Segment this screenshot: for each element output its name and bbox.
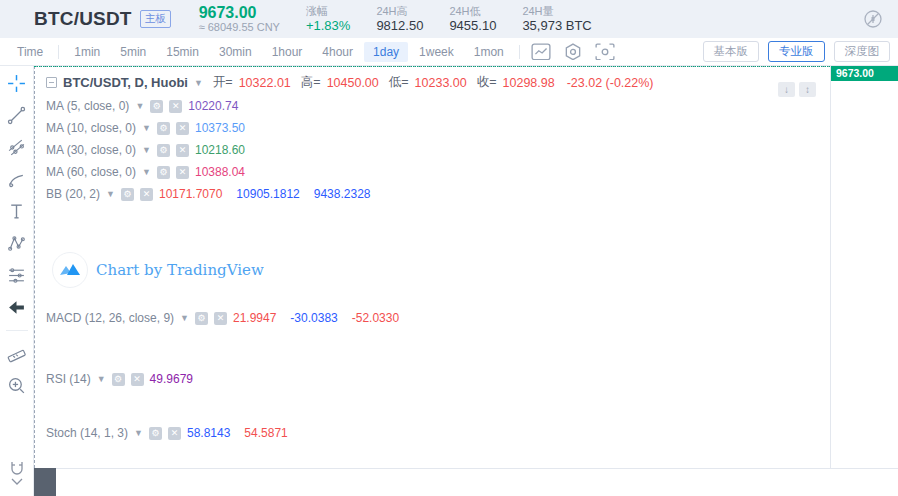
magnet-tool-icon[interactable]	[7, 460, 27, 490]
gear-icon[interactable]: ⚙	[157, 166, 170, 179]
low-label: 低=	[389, 74, 409, 91]
main-legend: BTC/USDT, D, Huobi ▼ 开= 10322.01 高= 1045…	[46, 74, 654, 91]
crosshair-vertical-line	[34, 66, 35, 468]
indicator-row-stoch: Stoch (14, 1, 3)▼ ⚙✕ 58.8143 54.5871	[46, 424, 288, 442]
interval-time[interactable]: Time	[8, 42, 52, 62]
depth-view-button[interactable]: 深度图	[834, 41, 891, 62]
screenshot-icon[interactable]	[595, 43, 615, 61]
board-badge[interactable]: 主板	[140, 10, 171, 28]
close-icon[interactable]: ✕	[176, 166, 189, 179]
chevron-down-icon[interactable]: ▼	[142, 123, 151, 133]
pro-view-button[interactable]: 专业版	[768, 41, 825, 62]
last-price-line	[34, 66, 830, 67]
price-axis[interactable]: 10774.41 9673.00	[830, 66, 898, 468]
open-label: 开=	[213, 74, 233, 91]
interval-1day[interactable]: 1day	[364, 42, 408, 62]
close-icon[interactable]: ✕	[176, 144, 189, 157]
stat-value: 35,973 BTC	[522, 18, 591, 34]
price-cny: ≈ 68049.55 CNY	[199, 21, 280, 34]
collapse-legend-icon[interactable]	[46, 77, 57, 88]
rsi-value: 49.9679	[150, 372, 193, 386]
chevron-down-icon[interactable]: ▼	[180, 313, 189, 323]
macd-hist-value: -52.0330	[352, 311, 399, 325]
legend-title: BTC/USDT, D, Huobi	[63, 75, 188, 90]
chevron-down-icon[interactable]: ▼	[97, 374, 106, 384]
indicator-row-ma60: MA (60, close, 0)▼ ⚙✕ 10388.04	[46, 163, 245, 181]
close-icon[interactable]: ✕	[176, 122, 189, 135]
stat-label: 24H低	[449, 4, 496, 18]
tradingview-logo-icon	[52, 252, 88, 288]
gear-icon[interactable]: ⚙	[121, 188, 134, 201]
stoch-d-value: 54.5871	[244, 426, 287, 440]
gear-icon[interactable]: ⚙	[112, 373, 125, 386]
chevron-down-icon[interactable]: ▼	[106, 189, 115, 199]
chevron-down-icon[interactable]: ▼	[135, 101, 144, 111]
time-axis[interactable]	[34, 468, 898, 496]
watermark-text: Chart by TradingView	[96, 261, 264, 279]
divider	[58, 45, 59, 59]
stat-label: 涨幅	[306, 4, 350, 18]
gear-icon[interactable]: ⚙	[195, 312, 208, 325]
scale-reset-icon[interactable]: ↕	[799, 82, 816, 97]
close-icon[interactable]: ✕	[140, 188, 153, 201]
pattern-tool-icon[interactable]	[7, 234, 26, 253]
scale-down-icon[interactable]: ↓	[778, 82, 795, 97]
indicator-settings-icon[interactable]	[563, 43, 583, 61]
gear-icon[interactable]: ⚙	[157, 144, 170, 157]
price-block: 9673.00 ≈ 68049.55 CNY	[199, 4, 280, 34]
close-label: 收=	[477, 74, 497, 91]
high-label: 高=	[301, 74, 321, 91]
chart-main: BTC/USDT, D, Huobi ▼ 开= 10322.01 高= 1045…	[0, 66, 898, 496]
close-icon[interactable]: ✕	[214, 312, 227, 325]
chart-style-icon[interactable]	[531, 43, 551, 61]
close-icon[interactable]: ✕	[168, 427, 181, 440]
interval-15min[interactable]: 15min	[157, 42, 208, 62]
stat-change: 涨幅 +1.83%	[306, 4, 350, 34]
macd-value: 21.9947	[233, 311, 276, 325]
chart-area[interactable]: BTC/USDT, D, Huobi ▼ 开= 10322.01 高= 1045…	[34, 66, 898, 496]
symbol-title: BTC/USDT	[34, 8, 132, 30]
interval-1min[interactable]: 1min	[65, 42, 109, 62]
ma5-value: 10220.74	[188, 99, 238, 113]
stat-24h-high: 24H高 9812.50	[376, 4, 423, 34]
interval-1hour[interactable]: 1hour	[263, 42, 312, 62]
interval-5min[interactable]: 5min	[111, 42, 155, 62]
ma10-value: 10373.50	[195, 121, 245, 135]
back-arrow-icon[interactable]	[7, 298, 26, 317]
interval-toolbar: Time 1min 5min 15min 30min 1hour 4hour 1…	[0, 38, 898, 66]
low-value: 10233.00	[415, 76, 467, 90]
chevron-down-icon[interactable]: ▼	[134, 428, 143, 438]
interval-1mon[interactable]: 1mon	[465, 42, 513, 62]
close-icon[interactable]: ✕	[131, 373, 144, 386]
text-tool-icon[interactable]	[7, 202, 26, 221]
interval-30min[interactable]: 30min	[210, 42, 261, 62]
chevron-down-icon[interactable]: ▼	[142, 145, 151, 155]
macd-signal-value: -30.0383	[290, 311, 337, 325]
pitchfork-tool-icon[interactable]	[7, 138, 26, 157]
divider	[519, 45, 520, 59]
stoch-k-value: 58.8143	[187, 426, 230, 440]
close-icon[interactable]: ✕	[169, 100, 182, 113]
open-value: 10322.01	[239, 76, 291, 90]
basic-view-button[interactable]: 基本版	[703, 41, 760, 62]
interval-1week[interactable]: 1week	[410, 42, 463, 62]
header: BTC/USDT 主板 9673.00 ≈ 68049.55 CNY 涨幅 +1…	[0, 0, 898, 38]
interval-4hour[interactable]: 4hour	[313, 42, 362, 62]
ruler-tool-icon[interactable]	[7, 344, 26, 363]
brush-tool-icon[interactable]	[7, 170, 26, 189]
kline-toggle-icon[interactable]	[862, 8, 884, 30]
chevron-down-icon[interactable]: ▼	[194, 78, 203, 88]
gear-icon[interactable]: ⚙	[150, 100, 163, 113]
stat-value: 9455.10	[449, 18, 496, 34]
stat-label: 24H量	[522, 4, 591, 18]
stat-value: +1.83%	[306, 18, 350, 34]
gear-icon[interactable]: ⚙	[149, 427, 162, 440]
gear-icon[interactable]: ⚙	[157, 122, 170, 135]
chevron-down-icon[interactable]: ▼	[142, 167, 151, 177]
ma30-value: 10218.60	[195, 143, 245, 157]
trend-line-tool-icon[interactable]	[7, 106, 26, 125]
forecast-tool-icon[interactable]	[7, 266, 26, 285]
bb-basis-value: 10171.7070	[159, 187, 222, 201]
crosshair-tool-icon[interactable]	[7, 74, 26, 93]
zoom-in-tool-icon[interactable]	[7, 376, 26, 395]
